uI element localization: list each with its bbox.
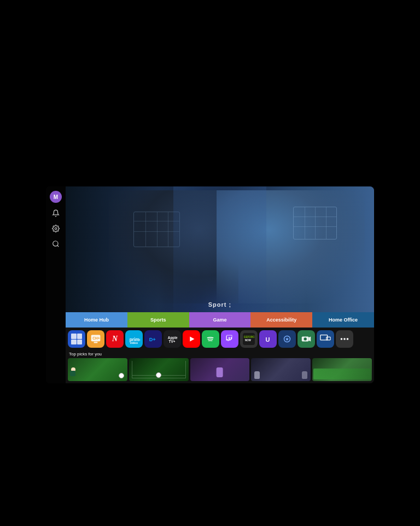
svg-point-31 — [305, 338, 306, 340]
tv-frame: M — [46, 186, 374, 383]
app-spotify[interactable] — [202, 330, 219, 348]
svg-rect-19 — [231, 337, 232, 340]
svg-point-37 — [343, 338, 346, 340]
app-smartcam[interactable] — [298, 330, 315, 348]
sidebar: M — [46, 186, 66, 383]
picks-row — [68, 358, 372, 381]
app-twitch[interactable] — [221, 330, 238, 348]
top-picks-label: Top picks for you — [68, 352, 372, 356]
hero-background: Sport ; — [66, 186, 374, 312]
pick-card-football[interactable] — [312, 358, 372, 381]
app-apple-tv[interactable]: Apple TV+ — [164, 330, 181, 348]
tab-home-office[interactable]: Home Office — [312, 312, 374, 328]
tab-sports[interactable]: Sports — [127, 312, 189, 328]
app-star-content[interactable] — [278, 330, 296, 348]
tab-home-hub[interactable]: Home Hub — [66, 312, 127, 328]
app-channel-plus[interactable]: CH+ — [87, 330, 104, 348]
svg-text:GEFORCE: GEFORCE — [244, 336, 255, 338]
app-netflix[interactable]: N — [106, 330, 124, 348]
svg-rect-4 — [94, 342, 98, 343]
app-youtube[interactable] — [183, 330, 200, 348]
top-picks-section: Top picks for you — [66, 350, 374, 383]
mask-grid-left — [133, 212, 180, 247]
app-screen-share[interactable] — [317, 330, 334, 348]
svg-text:CH+: CH+ — [92, 336, 100, 340]
svg-point-36 — [341, 338, 343, 340]
svg-point-1 — [53, 241, 58, 246]
app-prime-video[interactable]: prime video — [125, 330, 143, 348]
center-glow — [173, 186, 266, 312]
svg-text:NOW: NOW — [245, 339, 252, 342]
app-row: CH+ N prime video D+ — [66, 328, 374, 350]
hero-section: Sport ; — [66, 186, 374, 312]
svg-line-2 — [57, 246, 59, 247]
svg-rect-18 — [229, 337, 230, 340]
svg-point-38 — [347, 338, 349, 340]
settings-icon[interactable] — [51, 224, 61, 233]
svg-text:TV+: TV+ — [169, 340, 176, 343]
tab-accessibility[interactable]: Accessibility — [250, 312, 312, 328]
svg-text:D+: D+ — [149, 337, 156, 342]
app-more[interactable] — [336, 330, 353, 348]
svg-text:U: U — [265, 336, 270, 343]
svg-point-0 — [55, 227, 57, 230]
mask-grid-right — [293, 207, 337, 239]
tab-game[interactable]: Game — [189, 312, 251, 328]
app-disney-plus[interactable]: D+ — [144, 330, 162, 348]
app-utomik[interactable]: U — [259, 330, 277, 348]
pick-card-soccer-kick[interactable] — [68, 358, 127, 381]
main-content: Sport ; Home Hub Sports Game Accessibili… — [66, 186, 374, 383]
app-nvidia-geforce[interactable]: GEFORCE NOW — [240, 330, 258, 348]
tab-bar: Home Hub Sports Game Accessibility Home … — [66, 312, 374, 328]
sport-label: Sport ; — [208, 301, 231, 308]
svg-text:video: video — [130, 341, 138, 344]
notifications-icon[interactable] — [51, 208, 61, 218]
app-apps[interactable] — [68, 330, 85, 348]
pick-card-soccer-goal[interactable] — [129, 358, 189, 381]
profile-avatar[interactable]: M — [50, 191, 62, 203]
search-icon[interactable] — [51, 239, 61, 249]
pick-card-handball[interactable] — [190, 358, 250, 381]
pick-card-boxing[interactable] — [251, 358, 311, 381]
